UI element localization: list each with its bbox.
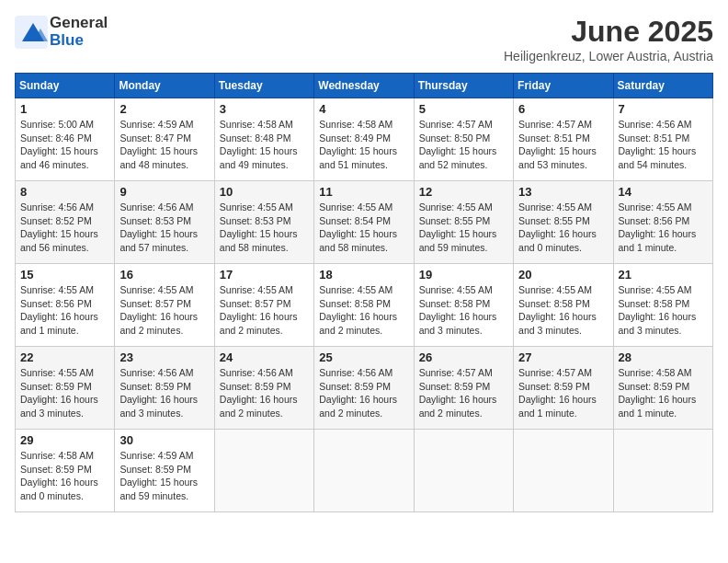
day-number: 30: [119, 433, 209, 447]
week-row-3: 15Sunrise: 4:55 AMSunset: 8:56 PMDayligh…: [16, 264, 713, 347]
day-cell-12: 12Sunrise: 4:55 AMSunset: 8:55 PMDayligh…: [414, 181, 513, 264]
day-number: 5: [419, 102, 508, 116]
empty-cell: [613, 430, 712, 512]
day-number: 27: [518, 350, 608, 364]
day-cell-9: 9Sunrise: 4:56 AMSunset: 8:53 PMDaylight…: [115, 181, 214, 264]
day-number: 9: [119, 185, 209, 199]
day-cell-21: 21Sunrise: 4:55 AMSunset: 8:58 PMDayligh…: [613, 264, 712, 347]
day-cell-6: 6Sunrise: 4:57 AMSunset: 8:51 PMDaylight…: [514, 98, 613, 181]
day-info: Sunrise: 4:55 AMSunset: 8:55 PMDaylight:…: [518, 201, 608, 255]
day-info: Sunrise: 4:58 AMSunset: 8:48 PMDaylight:…: [220, 118, 309, 172]
logo-general-text: General: [50, 15, 108, 32]
weekday-header-monday: Monday: [115, 74, 214, 98]
day-cell-19: 19Sunrise: 4:55 AMSunset: 8:58 PMDayligh…: [414, 264, 513, 347]
weekday-header-friday: Friday: [514, 74, 613, 98]
day-cell-11: 11Sunrise: 4:55 AMSunset: 8:54 PMDayligh…: [314, 181, 414, 264]
day-number: 20: [518, 268, 608, 282]
day-number: 22: [20, 350, 109, 364]
day-number: 24: [220, 350, 309, 364]
day-number: 17: [220, 268, 309, 282]
day-number: 18: [319, 268, 408, 282]
day-cell-20: 20Sunrise: 4:55 AMSunset: 8:58 PMDayligh…: [514, 264, 613, 347]
day-info: Sunrise: 4:59 AMSunset: 8:47 PMDaylight:…: [119, 118, 209, 172]
day-cell-8: 8Sunrise: 4:56 AMSunset: 8:52 PMDaylight…: [16, 181, 115, 264]
day-cell-28: 28Sunrise: 4:58 AMSunset: 8:59 PMDayligh…: [613, 347, 712, 430]
day-number: 14: [619, 185, 708, 199]
day-info: Sunrise: 4:55 AMSunset: 8:57 PMDaylight:…: [220, 283, 309, 338]
day-cell-26: 26Sunrise: 4:57 AMSunset: 8:59 PMDayligh…: [414, 347, 513, 430]
day-cell-22: 22Sunrise: 4:55 AMSunset: 8:59 PMDayligh…: [16, 347, 115, 430]
day-number: 7: [619, 102, 708, 116]
day-info: Sunrise: 4:58 AMSunset: 8:59 PMDaylight:…: [20, 449, 109, 503]
day-info: Sunrise: 4:56 AMSunset: 8:59 PMDaylight:…: [119, 366, 209, 420]
day-info: Sunrise: 4:57 AMSunset: 8:59 PMDaylight:…: [419, 366, 508, 420]
week-row-4: 22Sunrise: 4:55 AMSunset: 8:59 PMDayligh…: [16, 347, 713, 430]
logo: General Blue: [15, 15, 108, 49]
week-row-1: 1Sunrise: 5:00 AMSunset: 8:46 PMDaylight…: [16, 98, 713, 181]
day-info: Sunrise: 4:59 AMSunset: 8:59 PMDaylight:…: [119, 449, 209, 503]
day-number: 28: [619, 350, 708, 364]
weekday-header-sunday: Sunday: [16, 74, 115, 98]
day-cell-18: 18Sunrise: 4:55 AMSunset: 8:58 PMDayligh…: [314, 264, 414, 347]
day-info: Sunrise: 4:57 AMSunset: 8:59 PMDaylight:…: [518, 366, 608, 420]
empty-cell: [414, 430, 513, 512]
day-info: Sunrise: 4:55 AMSunset: 8:59 PMDaylight:…: [20, 366, 109, 420]
day-number: 29: [20, 433, 109, 447]
calendar-table: SundayMondayTuesdayWednesdayThursdayFrid…: [15, 73, 713, 512]
day-info: Sunrise: 4:55 AMSunset: 8:58 PMDaylight:…: [619, 283, 708, 338]
page-header: General Blue June 2025 Heiligenkreuz, Lo…: [15, 15, 713, 63]
month-title: June 2025: [504, 15, 713, 49]
day-cell-10: 10Sunrise: 4:55 AMSunset: 8:53 PMDayligh…: [214, 181, 313, 264]
day-cell-3: 3Sunrise: 4:58 AMSunset: 8:48 PMDaylight…: [214, 98, 313, 181]
day-info: Sunrise: 4:58 AMSunset: 8:59 PMDaylight:…: [619, 366, 708, 420]
day-number: 2: [119, 102, 209, 116]
day-number: 3: [220, 102, 309, 116]
logo-blue-text: Blue: [50, 32, 108, 50]
week-row-5: 29Sunrise: 4:58 AMSunset: 8:59 PMDayligh…: [16, 430, 713, 512]
empty-cell: [214, 430, 313, 512]
day-number: 16: [119, 268, 209, 282]
day-info: Sunrise: 4:55 AMSunset: 8:56 PMDaylight:…: [20, 283, 109, 338]
day-info: Sunrise: 4:57 AMSunset: 8:50 PMDaylight:…: [419, 118, 508, 172]
day-cell-23: 23Sunrise: 4:56 AMSunset: 8:59 PMDayligh…: [115, 347, 214, 430]
day-cell-4: 4Sunrise: 4:58 AMSunset: 8:49 PMDaylight…: [314, 98, 414, 181]
day-cell-15: 15Sunrise: 4:55 AMSunset: 8:56 PMDayligh…: [16, 264, 115, 347]
day-info: Sunrise: 4:56 AMSunset: 8:52 PMDaylight:…: [20, 201, 109, 255]
day-info: Sunrise: 4:56 AMSunset: 8:59 PMDaylight:…: [220, 366, 309, 420]
day-info: Sunrise: 4:55 AMSunset: 8:55 PMDaylight:…: [419, 201, 508, 255]
day-info: Sunrise: 4:55 AMSunset: 8:58 PMDaylight:…: [419, 283, 508, 338]
day-cell-14: 14Sunrise: 4:55 AMSunset: 8:56 PMDayligh…: [613, 181, 712, 264]
day-info: Sunrise: 4:56 AMSunset: 8:59 PMDaylight:…: [319, 366, 408, 420]
empty-cell: [314, 430, 414, 512]
day-number: 6: [518, 102, 608, 116]
day-number: 10: [220, 185, 309, 199]
day-cell-13: 13Sunrise: 4:55 AMSunset: 8:55 PMDayligh…: [514, 181, 613, 264]
day-number: 8: [20, 185, 109, 199]
logo-icon: [15, 16, 48, 49]
day-number: 13: [518, 185, 608, 199]
day-number: 12: [419, 185, 508, 199]
day-info: Sunrise: 4:55 AMSunset: 8:54 PMDaylight:…: [319, 201, 408, 255]
day-info: Sunrise: 5:00 AMSunset: 8:46 PMDaylight:…: [20, 118, 109, 172]
day-number: 25: [319, 350, 408, 364]
day-cell-25: 25Sunrise: 4:56 AMSunset: 8:59 PMDayligh…: [314, 347, 414, 430]
weekday-header-row: SundayMondayTuesdayWednesdayThursdayFrid…: [16, 74, 713, 98]
day-number: 23: [119, 350, 209, 364]
day-info: Sunrise: 4:57 AMSunset: 8:51 PMDaylight:…: [518, 118, 608, 172]
day-number: 1: [20, 102, 109, 116]
day-info: Sunrise: 4:55 AMSunset: 8:56 PMDaylight:…: [619, 201, 708, 255]
day-cell-5: 5Sunrise: 4:57 AMSunset: 8:50 PMDaylight…: [414, 98, 513, 181]
day-number: 26: [419, 350, 508, 364]
day-cell-24: 24Sunrise: 4:56 AMSunset: 8:59 PMDayligh…: [214, 347, 313, 430]
day-cell-7: 7Sunrise: 4:56 AMSunset: 8:51 PMDaylight…: [613, 98, 712, 181]
day-info: Sunrise: 4:56 AMSunset: 8:51 PMDaylight:…: [619, 118, 708, 172]
day-cell-17: 17Sunrise: 4:55 AMSunset: 8:57 PMDayligh…: [214, 264, 313, 347]
day-cell-30: 30Sunrise: 4:59 AMSunset: 8:59 PMDayligh…: [115, 430, 214, 512]
day-cell-2: 2Sunrise: 4:59 AMSunset: 8:47 PMDaylight…: [115, 98, 214, 181]
day-info: Sunrise: 4:56 AMSunset: 8:53 PMDaylight:…: [119, 201, 209, 255]
weekday-header-wednesday: Wednesday: [314, 74, 414, 98]
day-number: 4: [319, 102, 408, 116]
day-cell-16: 16Sunrise: 4:55 AMSunset: 8:57 PMDayligh…: [115, 264, 214, 347]
day-info: Sunrise: 4:55 AMSunset: 8:58 PMDaylight:…: [518, 283, 608, 338]
weekday-header-tuesday: Tuesday: [214, 74, 313, 98]
